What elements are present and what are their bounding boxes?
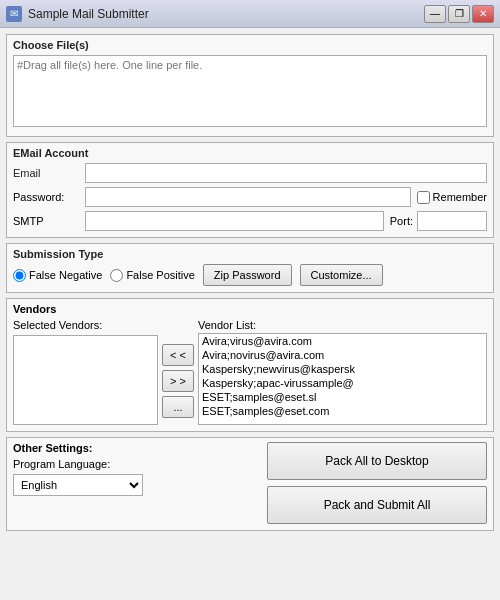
false-positive-label: False Positive (126, 269, 194, 281)
selected-vendors-col: Selected Vendors: (13, 319, 158, 425)
vendors-body: Selected Vendors: < < > > ... Vendor Lis… (13, 319, 487, 425)
vendor-list-col: Vendor List: Avira;virus@avira.comAvira;… (198, 319, 487, 425)
vendors-label: Vendors (13, 303, 487, 315)
email-row: Email (13, 163, 487, 183)
bottom-section: Other Settings: Program Language: Englis… (6, 437, 494, 531)
port-input[interactable] (417, 211, 487, 231)
submission-row: False Negative False Positive Zip Passwo… (13, 264, 487, 286)
email-input[interactable] (85, 163, 487, 183)
settings-col: Other Settings: Program Language: Englis… (13, 442, 261, 524)
title-bar-buttons: — ❐ ✕ (424, 5, 494, 23)
list-item[interactable]: Kaspersky;apac-virussample@ (199, 376, 486, 390)
pack-submit-button[interactable]: Pack and Submit All (267, 486, 487, 524)
transfer-right-button[interactable]: > > (162, 370, 194, 392)
password-label: Password: (13, 191, 85, 203)
choose-files-section: Choose File(s) (6, 34, 494, 137)
list-item[interactable]: ESET;samples@eset.com (199, 404, 486, 418)
program-language-label: Program Language: (13, 458, 261, 470)
false-negative-label: False Negative (29, 269, 102, 281)
vendors-section: Vendors Selected Vendors: < < > > ... Ve… (6, 298, 494, 432)
customize-button[interactable]: Customize... (300, 264, 383, 286)
title-bar: ✉ Sample Mail Submitter — ❐ ✕ (0, 0, 500, 28)
pack-desktop-button[interactable]: Pack All to Desktop (267, 442, 487, 480)
password-row: Password: Remember (13, 187, 487, 207)
remember-label: Remember (433, 191, 487, 203)
false-positive-option[interactable]: False Positive (110, 269, 194, 282)
list-item[interactable]: ESET;samples@eset.sl (199, 390, 486, 404)
list-item[interactable]: Avira;virus@avira.com (199, 334, 486, 348)
selected-vendors-listbox[interactable] (13, 335, 158, 425)
false-positive-radio[interactable] (110, 269, 123, 282)
email-account-label: EMail Account (13, 147, 487, 159)
smtp-row: SMTP Port: (13, 211, 487, 231)
password-input[interactable] (85, 187, 411, 207)
email-account-section: EMail Account Email Password: Remember S… (6, 142, 494, 238)
other-settings-label: Other Settings: (13, 442, 261, 454)
action-col: Pack All to Desktop Pack and Submit All (267, 442, 487, 524)
close-button[interactable]: ✕ (472, 5, 494, 23)
zip-password-button[interactable]: Zip Password (203, 264, 292, 286)
false-negative-radio[interactable] (13, 269, 26, 282)
transfer-dots-button[interactable]: ... (162, 396, 194, 418)
smtp-label: SMTP (13, 215, 85, 227)
list-item[interactable]: Avira;novirus@avira.com (199, 348, 486, 362)
remember-checkbox-row: Remember (417, 191, 487, 204)
vendor-listbox[interactable]: Avira;virus@avira.comAvira;novirus@avira… (198, 333, 487, 425)
false-negative-option[interactable]: False Negative (13, 269, 102, 282)
transfer-left-button[interactable]: < < (162, 344, 194, 366)
submission-type-section: Submission Type False Negative False Pos… (6, 243, 494, 293)
selected-vendors-label: Selected Vendors: (13, 319, 158, 331)
smtp-input[interactable] (85, 211, 384, 231)
submission-type-label: Submission Type (13, 248, 487, 260)
restore-button[interactable]: ❐ (448, 5, 470, 23)
app-icon: ✉ (6, 6, 22, 22)
remember-checkbox[interactable] (417, 191, 430, 204)
vendor-list-label: Vendor List: (198, 319, 487, 331)
list-item[interactable]: Kaspersky;newvirus@kaspersk (199, 362, 486, 376)
minimize-button[interactable]: — (424, 5, 446, 23)
file-drop-area[interactable] (13, 55, 487, 127)
choose-files-label: Choose File(s) (13, 39, 487, 51)
email-label: Email (13, 167, 85, 179)
main-window: Choose File(s) EMail Account Email Passw… (0, 28, 500, 600)
window-title: Sample Mail Submitter (28, 7, 424, 21)
transfer-buttons: < < > > ... (162, 319, 194, 425)
language-select[interactable]: EnglishChineseGermanFrenchSpanish (13, 474, 143, 496)
port-label: Port: (390, 215, 413, 227)
